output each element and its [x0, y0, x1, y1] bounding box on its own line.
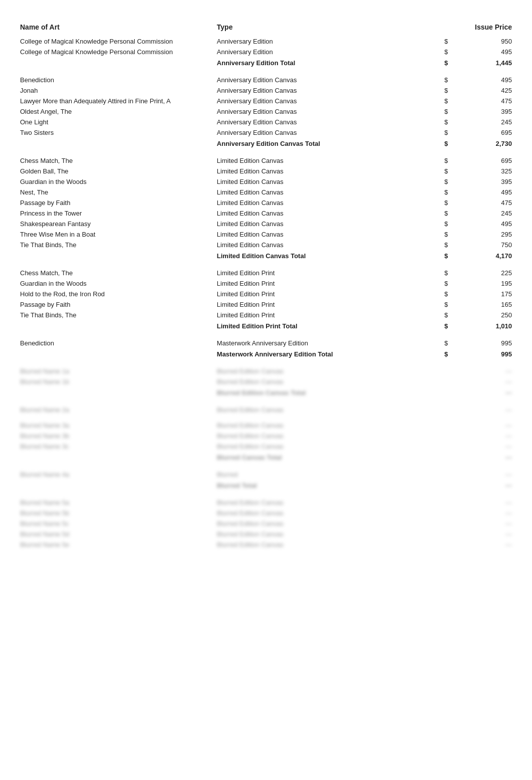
subtotal-price: ---: [448, 387, 512, 400]
dollar-sign: [423, 529, 448, 539]
subtotal-price: 1,445: [448, 57, 512, 70]
art-type: Limited Edition Print: [217, 268, 423, 278]
table-row: Guardian in the WoodsLimited Edition Can…: [20, 176, 512, 187]
table-row: Three Wise Men in a BoatLimited Edition …: [20, 229, 512, 240]
art-price: ---: [448, 366, 512, 376]
art-type: Anniversary Edition Canvas: [217, 85, 423, 96]
table-row: Blurred Name 3aBlurred Edition Canvas---: [20, 420, 512, 431]
art-name: Jonah: [20, 85, 217, 96]
art-name: Shakespearean Fantasy: [20, 219, 217, 229]
dollar-sign: $: [423, 338, 448, 348]
subtotal-name-empty: [20, 348, 217, 361]
art-type: Anniversary Edition Canvas: [217, 96, 423, 106]
table-row: Blurred Name 1aBlurred Edition Canvas---: [20, 366, 512, 376]
table-row: Guardian in the WoodsLimited Edition Pri…: [20, 278, 512, 289]
art-type: Blurred Edition Canvas: [217, 529, 423, 539]
subtotal-dollar-sign: [423, 452, 448, 464]
table-row: Hold to the Rod, the Iron RodLimited Edi…: [20, 289, 512, 299]
art-type: Blurred: [217, 469, 423, 480]
subtotal-dollar-sign: $: [423, 250, 448, 263]
subtotal-row: Blurred Canvas Total---: [20, 452, 512, 464]
art-type: Limited Edition Canvas: [217, 219, 423, 229]
dollar-sign: $: [423, 229, 448, 240]
art-name: College of Magical Knowledge Personal Co…: [20, 36, 217, 47]
dollar-sign: $: [423, 278, 448, 289]
art-name: Benediction: [20, 75, 217, 85]
table-row: Nest, TheLimited Edition Canvas$495: [20, 187, 512, 198]
art-price: 425: [448, 85, 512, 96]
subtotal-label: Anniversary Edition Canvas Total: [217, 138, 423, 150]
art-name: Blurred Name 3a: [20, 420, 217, 431]
dollar-sign: $: [423, 75, 448, 85]
art-type: Blurred Edition Canvas: [217, 420, 423, 431]
art-type: Blurred Edition Canvas: [217, 508, 423, 518]
table-row: Tie That Binds, TheLimited Edition Print…: [20, 310, 512, 320]
art-name: Blurred Name 5c: [20, 518, 217, 529]
art-price: ---: [448, 518, 512, 529]
art-type: Limited Edition Canvas: [217, 187, 423, 198]
header-issue-price: Issue Price: [448, 20, 512, 36]
art-price: 325: [448, 166, 512, 176]
art-price: 495: [448, 219, 512, 229]
art-price: 250: [448, 310, 512, 320]
table-row: Chess Match, TheLimited Edition Canvas$6…: [20, 155, 512, 166]
art-name: Two Sisters: [20, 127, 217, 138]
subtotal-dollar-sign: $: [423, 57, 448, 70]
art-type: Anniversary Edition: [217, 36, 423, 47]
subtotal-label: Anniversary Edition Total: [217, 57, 423, 70]
table-row: Shakespearean FantasyLimited Edition Can…: [20, 219, 512, 229]
art-name: Oldest Angel, The: [20, 106, 217, 117]
table-row: Blurred Name 5dBlurred Edition Canvas---: [20, 529, 512, 539]
table-row: Golden Ball, TheLimited Edition Canvas$3…: [20, 166, 512, 176]
subtotal-price: 2,730: [448, 138, 512, 150]
subtotal-row: Anniversary Edition Total$1,445: [20, 57, 512, 70]
art-price: 495: [448, 187, 512, 198]
table-row: Tie That Binds, TheLimited Edition Canva…: [20, 240, 512, 250]
art-price: ---: [448, 497, 512, 508]
art-name: Three Wise Men in a Boat: [20, 229, 217, 240]
dollar-sign: $: [423, 36, 448, 47]
art-type: Limited Edition Print: [217, 299, 423, 310]
art-price: ---: [448, 441, 512, 452]
subtotal-price: ---: [448, 480, 512, 492]
art-price: 695: [448, 155, 512, 166]
spacer-row: [20, 415, 512, 420]
spacer-row: [20, 263, 512, 268]
art-name: College of Magical Knowledge Personal Co…: [20, 47, 217, 57]
art-type: Masterwork Anniversary Edition: [217, 338, 423, 348]
subtotal-name-empty: [20, 57, 217, 70]
art-type: Limited Edition Canvas: [217, 176, 423, 187]
dollar-sign: $: [423, 299, 448, 310]
art-price: 495: [448, 47, 512, 57]
art-type: Limited Edition Print: [217, 278, 423, 289]
art-name: Tie That Binds, The: [20, 240, 217, 250]
art-name: Princess in the Tower: [20, 208, 217, 219]
art-price: 295: [448, 229, 512, 240]
table-row: College of Magical Knowledge Personal Co…: [20, 36, 512, 47]
art-name: Passage by Faith: [20, 299, 217, 310]
art-type: Blurred Edition Canvas: [217, 366, 423, 376]
dollar-sign: $: [423, 166, 448, 176]
subtotal-row: Limited Edition Print Total$1,010: [20, 320, 512, 333]
header-name: Name of Art: [20, 20, 217, 36]
subtotal-label: Blurred Edition Canvas Total: [217, 387, 423, 400]
table-row: Lawyer More than Adequately Attired in F…: [20, 96, 512, 106]
dollar-sign: [423, 497, 448, 508]
art-type: Blurred Edition Canvas: [217, 497, 423, 508]
subtotal-dollar-sign: $: [423, 320, 448, 333]
art-price: ---: [448, 539, 512, 550]
spacer-row: [20, 492, 512, 497]
spacer-row: [20, 400, 512, 405]
dollar-sign: $: [423, 117, 448, 127]
art-name: Blurred Name 2a: [20, 405, 217, 415]
subtotal-name-empty: [20, 138, 217, 150]
subtotal-dollar-sign: [423, 480, 448, 492]
art-name: Blurred Name 5a: [20, 497, 217, 508]
dollar-sign: [423, 366, 448, 376]
table-row: Blurred Name 5eBlurred Edition Canvas---: [20, 539, 512, 550]
subtotal-dollar-sign: $: [423, 138, 448, 150]
dollar-sign: $: [423, 85, 448, 96]
dollar-sign: $: [423, 240, 448, 250]
dollar-sign: $: [423, 289, 448, 299]
art-price: ---: [448, 420, 512, 431]
